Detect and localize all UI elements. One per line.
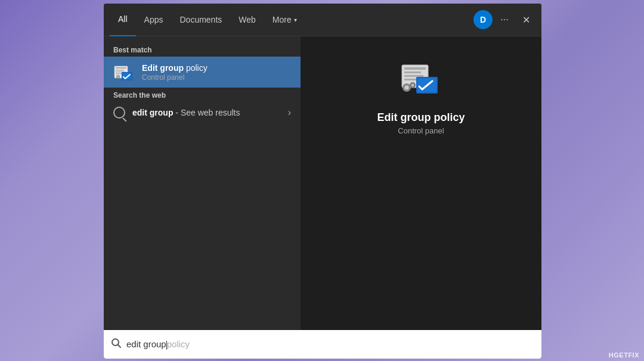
tab-web[interactable]: Web (230, 4, 264, 36)
svg-rect-2 (116, 70, 124, 71)
detail-subtitle: Control panel (398, 126, 444, 135)
svg-rect-12 (404, 75, 423, 77)
best-match-text: Edit group policy Control panel (142, 63, 208, 82)
svg-point-17 (405, 86, 409, 90)
search-web-icon (113, 107, 125, 119)
tab-apps[interactable]: Apps (136, 4, 172, 36)
gpo-icon-small (113, 61, 135, 83)
result-title: Edit group policy (142, 63, 208, 73)
left-panel: Best match (104, 36, 301, 330)
svg-rect-1 (116, 67, 126, 69)
svg-line-21 (118, 345, 120, 347)
watermark: HGETFIX (609, 351, 639, 359)
svg-rect-11 (404, 71, 421, 73)
chevron-down-icon: ▾ (294, 17, 297, 23)
user-avatar[interactable]: D (473, 10, 493, 29)
right-panel: Edit group policy Control panel (301, 36, 541, 330)
tab-more[interactable]: More ▾ (264, 4, 305, 36)
more-options-button[interactable]: ··· (495, 10, 514, 29)
chevron-right-icon: › (288, 107, 291, 118)
ellipsis-icon: ··· (500, 14, 508, 25)
search-bar[interactable]: edit grouppolicy (104, 330, 541, 359)
best-match-item[interactable]: Edit group policy Control panel (104, 57, 301, 88)
main-content: Best match (104, 36, 541, 330)
detail-title: Edit group policy (377, 111, 465, 124)
tab-documents[interactable]: Documents (171, 4, 230, 36)
gpo-icon-large (397, 54, 445, 102)
close-icon: ✕ (522, 14, 530, 26)
web-search-text: edit group - See web results (132, 108, 281, 117)
top-bar: All Apps Documents Web More ▾ D ··· ✕ (104, 4, 541, 36)
search-input[interactable]: edit grouppolicy (126, 339, 534, 350)
result-subtitle: Control panel (142, 73, 208, 82)
web-search-item[interactable]: edit group - See web results › (104, 102, 301, 123)
search-icon (111, 338, 122, 351)
close-button[interactable]: ✕ (516, 10, 535, 29)
svg-rect-10 (404, 67, 426, 70)
search-window: All Apps Documents Web More ▾ D ··· ✕ (104, 4, 541, 359)
best-match-label: Best match (104, 42, 301, 57)
top-bar-actions: D ··· ✕ (473, 10, 535, 29)
svg-point-19 (411, 84, 414, 87)
svg-point-8 (117, 76, 119, 78)
tab-all[interactable]: All (110, 4, 136, 36)
search-web-label: Search the web (104, 88, 301, 102)
